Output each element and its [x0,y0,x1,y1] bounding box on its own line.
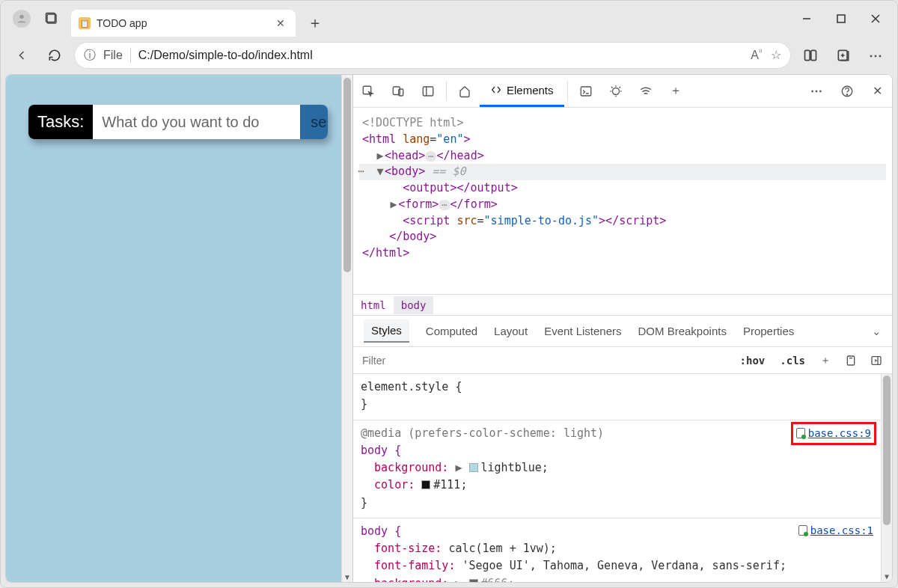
source-link-base-1[interactable]: base.css:1 [798,523,873,539]
svg-rect-7 [805,50,810,60]
maximize-button[interactable] [824,6,858,31]
subtab-event-listeners[interactable]: Event Listeners [544,325,621,337]
subtab-computed[interactable]: Computed [426,325,477,337]
task-input[interactable] [93,105,300,139]
url-scheme: File [103,49,123,62]
favorite-icon[interactable]: ☆ [771,48,781,62]
computed-styles-icon[interactable] [841,351,861,370]
console-icon[interactable] [571,75,601,107]
svg-rect-17 [581,87,591,96]
scroll-down-icon[interactable]: ▼ [882,572,892,582]
dom-tree[interactable]: <!DOCTYPE html> <html lang="en"> ▶<head>… [353,108,892,295]
settings-more-icon[interactable]: ⋯ [802,84,832,98]
file-icon [798,525,807,536]
scroll-thumb[interactable] [883,376,891,525]
device-toggle-icon[interactable] [383,75,413,107]
browser-window: 📋 TODO app ✕ ＋ ⓘ File C:/Demo/simple-to-… [0,0,898,588]
svg-rect-28 [847,356,854,365]
subtabs-overflow-icon[interactable]: ⌄ [872,325,882,338]
inspect-icon[interactable] [353,75,383,107]
subtab-layout[interactable]: Layout [494,325,528,337]
address-bar[interactable]: ⓘ File C:/Demo/simple-to-do/index.html A… [74,42,791,69]
style-rules[interactable]: element.style { } base.css:9 @media (pre… [353,374,892,582]
rule-media-body[interactable]: base.css:9 @media (prefers-color-scheme:… [353,420,881,518]
rule-body[interactable]: base.css:1 body { font-size: calc(1em + … [353,518,881,582]
styles-subtabs: Styles Computed Layout Event Listeners D… [353,316,892,347]
more-tabs-icon[interactable]: ＋ [661,75,691,107]
svg-rect-4 [837,15,845,22]
help-icon[interactable] [832,85,862,98]
source-link-base-9[interactable]: base.css:9 [794,425,873,443]
browser-tab[interactable]: 📋 TODO app ✕ [71,10,296,37]
svg-point-27 [846,94,847,94]
styles-filter-input[interactable] [359,352,730,370]
hov-toggle[interactable]: :hov [736,355,770,367]
task-form: Tasks: send [28,105,328,139]
url-path: C:/Demo/simple-to-do/index.html [138,49,313,62]
back-button[interactable] [8,42,35,69]
scroll-thumb[interactable] [343,78,351,272]
tab-favicon: 📋 [79,17,91,29]
new-style-rule-icon[interactable]: ＋ [816,351,835,370]
file-icon [796,428,805,438]
divider [130,48,131,63]
task-label: Tasks: [28,105,93,139]
crumb-html[interactable]: html [353,296,394,314]
tab-elements[interactable]: Elements [480,75,564,107]
refresh-button[interactable] [41,42,68,69]
close-devtools-icon[interactable]: ✕ [862,84,892,98]
rule-element-style[interactable]: element.style { } [353,374,881,420]
welcome-tab-icon[interactable] [450,75,480,107]
titlebar: 📋 TODO app ✕ ＋ [1,1,897,37]
minimize-button[interactable] [789,6,824,31]
site-info-icon[interactable]: ⓘ [84,48,96,64]
cls-toggle[interactable]: .cls [775,355,810,367]
collections-icon[interactable] [830,42,857,69]
crumb-body[interactable]: body [394,296,434,314]
split-screen-icon[interactable] [797,42,824,69]
svg-rect-8 [811,50,816,60]
tab-title: TODO app [97,17,267,29]
profile-avatar[interactable] [13,10,31,28]
styles-filter-row: :hov .cls ＋ [353,347,892,374]
rendered-page: Tasks: send ▲ ▼ [6,75,352,582]
tab-elements-label: Elements [507,84,554,97]
new-tab-button[interactable]: ＋ [303,10,327,34]
svg-rect-15 [423,87,433,96]
dom-body-row[interactable]: ▼<body> == $0 [359,164,886,180]
content-area: Tasks: send ▲ ▼ [5,74,893,583]
toolbar: ⓘ File C:/Demo/simple-to-do/index.html A… [1,37,897,74]
scroll-down-icon[interactable]: ▼ [342,572,352,582]
devtools-panel: Elements ＋ ⋯ ✕ [352,75,892,582]
toggle-sidebar-icon[interactable] [867,351,886,370]
dom-breadcrumb: html body [353,295,892,316]
dom-doctype: <!DOCTYPE html> [362,116,463,129]
rules-scrollbar[interactable]: ▲ ▼ [881,374,892,582]
close-window-button[interactable] [858,6,893,31]
subtab-dom-breakpoints[interactable]: DOM Breakpoints [638,325,727,337]
subtab-styles[interactable]: Styles [364,319,409,343]
subtab-properties[interactable]: Properties [743,325,794,337]
tab-actions-icon[interactable] [41,8,62,29]
devtools-tabs: Elements ＋ ⋯ ✕ [353,75,892,108]
page-scrollbar[interactable]: ▲ ▼ [341,75,352,582]
svg-line-24 [611,87,613,88]
send-button[interactable]: send [300,105,328,139]
network-conditions-icon[interactable] [631,75,661,107]
dock-side-icon[interactable] [413,75,443,107]
more-menu-icon[interactable]: ⋯ [863,42,890,69]
window-controls [789,1,893,37]
read-aloud-icon[interactable]: A⁾⁾ [751,48,762,62]
issues-icon[interactable] [601,75,631,107]
svg-line-25 [619,87,620,88]
tab-close-icon[interactable]: ✕ [273,16,288,31]
svg-point-0 [19,15,23,19]
svg-point-19 [612,88,619,94]
